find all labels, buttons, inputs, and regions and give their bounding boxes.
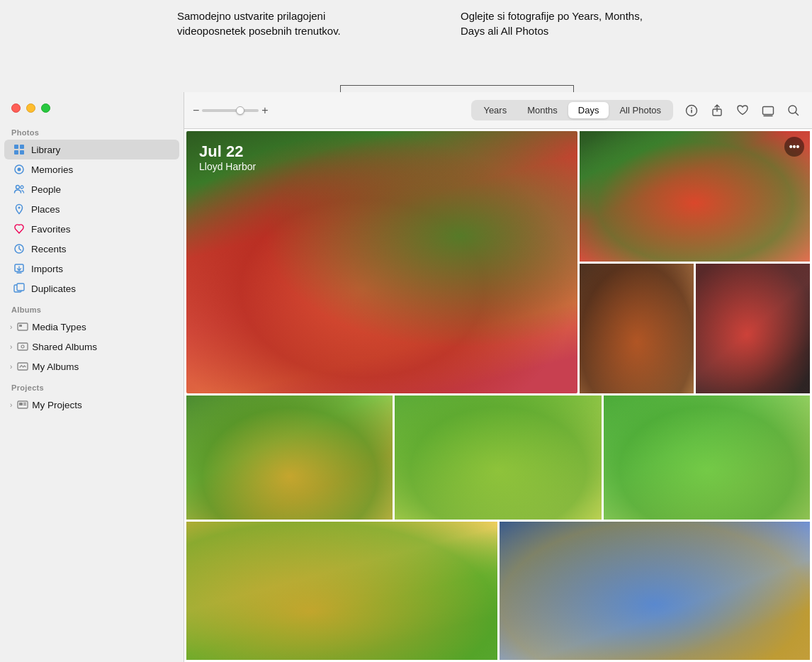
sidebar-imports-label: Imports	[31, 264, 63, 274]
toolbar: − + Years Months Days All Photos	[184, 92, 812, 129]
app-window: Photos Library Memories	[0, 92, 812, 662]
middle-photo-3[interactable]	[604, 395, 810, 520]
places-icon	[13, 203, 26, 215]
my-projects-icon	[16, 398, 29, 411]
share-button[interactable]	[707, 101, 727, 120]
svg-rect-20	[23, 403, 26, 404]
zoom-out-button[interactable]: −	[193, 105, 199, 116]
sidebar-my-projects-label: My Projects	[32, 400, 82, 410]
chevron-right-icon-2: ›	[10, 343, 12, 351]
library-icon	[13, 143, 26, 156]
sidebar-memories-label: Memories	[31, 164, 73, 175]
tooltip-right: Oglejte si fotografije po Years, Months,…	[461, 9, 645, 38]
sidebar-item-library[interactable]: Library	[4, 140, 179, 159]
favorites-icon	[13, 223, 26, 235]
svg-rect-19	[19, 403, 23, 405]
toolbar-actions	[682, 101, 803, 120]
sidebar-item-media-types[interactable]: › Media Types	[4, 317, 179, 337]
sidebar-favorites-label: Favorites	[31, 224, 71, 235]
sidebar-item-memories[interactable]: Memories	[4, 159, 179, 179]
svg-point-8	[18, 207, 21, 209]
sidebar-item-my-projects[interactable]: › My Projects	[4, 395, 179, 415]
bottom-photo-2[interactable]	[500, 522, 811, 660]
sidebar-my-albums-label: My Albums	[32, 361, 79, 372]
tooltip-left: Samodejno ustvarite prilagojeni videopos…	[177, 9, 347, 38]
photos-section-label: Photos	[0, 121, 184, 140]
right-top-photo[interactable]: •••	[580, 131, 810, 262]
tooltip-bracket	[340, 85, 574, 92]
tab-days[interactable]: Days	[568, 102, 609, 118]
sidebar-item-favorites[interactable]: Favorites	[4, 219, 179, 239]
svg-rect-2	[14, 150, 18, 155]
search-button[interactable]	[784, 101, 803, 120]
sidebar-media-types-label: Media Types	[32, 322, 86, 332]
photo-date: Jul 22	[199, 142, 256, 161]
svg-rect-0	[14, 145, 18, 149]
zoom-in-button[interactable]: +	[261, 105, 268, 116]
my-albums-icon	[16, 360, 29, 373]
svg-rect-15	[18, 343, 28, 350]
svg-point-5	[18, 168, 21, 172]
sidebar-item-people[interactable]: People	[4, 179, 179, 199]
sidebar-item-duplicates[interactable]: Duplicates	[4, 279, 179, 298]
svg-point-16	[21, 345, 24, 348]
svg-rect-26	[763, 106, 774, 114]
info-button[interactable]	[682, 101, 701, 120]
maximize-button[interactable]	[41, 103, 50, 113]
albums-section-label: Albums	[0, 298, 184, 317]
zoom-slider[interactable]	[202, 109, 259, 112]
sidebar-duplicates-label: Duplicates	[31, 284, 76, 294]
svg-rect-14	[19, 325, 22, 327]
right-bottom-left-photo[interactable]	[580, 264, 694, 394]
svg-point-23	[691, 107, 692, 108]
photo-date-location: Jul 22 Lloyd Harbor	[199, 142, 256, 172]
imports-icon	[13, 262, 26, 275]
bottom-photo-1[interactable]	[186, 522, 497, 660]
svg-rect-12	[17, 284, 24, 291]
sidebar-item-my-albums[interactable]: › My Albums	[4, 357, 179, 376]
chevron-right-icon: ›	[10, 323, 12, 331]
recents-icon	[13, 242, 26, 255]
sidebar-shared-albums-label: Shared Albums	[32, 342, 97, 352]
svg-rect-3	[20, 150, 24, 155]
photo-grid: Jul 22 Lloyd Harbor •••	[184, 129, 812, 662]
zoom-controls: − +	[193, 105, 269, 116]
middle-photo-1[interactable]	[186, 395, 393, 520]
tab-years[interactable]: Years	[473, 102, 517, 118]
favorite-button[interactable]	[733, 101, 752, 120]
svg-rect-21	[23, 405, 26, 406]
chevron-right-icon-4: ›	[10, 401, 12, 409]
svg-rect-13	[18, 323, 28, 330]
slideshow-button[interactable]	[758, 101, 778, 120]
sidebar-recents-label: Recents	[31, 244, 67, 254]
view-tab-group: Years Months Days All Photos	[471, 100, 673, 120]
right-bottom-right-photo[interactable]	[696, 264, 810, 394]
tab-all-photos[interactable]: All Photos	[609, 102, 671, 118]
main-photo[interactable]: Jul 22 Lloyd Harbor	[186, 131, 577, 393]
media-types-icon	[16, 320, 29, 333]
middle-photo-2[interactable]	[395, 395, 601, 520]
memories-icon	[13, 163, 26, 176]
photo-location: Lloyd Harbor	[199, 161, 256, 172]
minimize-button[interactable]	[26, 103, 35, 113]
svg-rect-1	[20, 145, 24, 149]
tooltip-area: Samodejno ustvarite prilagojeni videopos…	[0, 0, 812, 92]
more-options-button[interactable]: •••	[784, 137, 804, 157]
chevron-right-icon-3: ›	[10, 363, 12, 371]
sidebar-item-places[interactable]: Places	[4, 199, 179, 219]
svg-point-6	[16, 186, 20, 189]
traffic-lights	[0, 92, 184, 121]
sidebar-library-label: Library	[31, 145, 60, 155]
shared-albums-icon	[16, 340, 29, 353]
people-icon	[13, 183, 26, 196]
duplicates-icon	[13, 282, 26, 295]
svg-point-7	[21, 186, 23, 189]
sidebar-people-label: People	[31, 184, 61, 195]
tab-months[interactable]: Months	[517, 102, 568, 118]
sidebar-places-label: Places	[31, 204, 60, 215]
sidebar-item-shared-albums[interactable]: › Shared Albums	[4, 337, 179, 357]
zoom-slider-thumb[interactable]	[236, 106, 244, 115]
close-button[interactable]	[11, 103, 21, 113]
sidebar-item-imports[interactable]: Imports	[4, 259, 179, 279]
sidebar-item-recents[interactable]: Recents	[4, 239, 179, 259]
